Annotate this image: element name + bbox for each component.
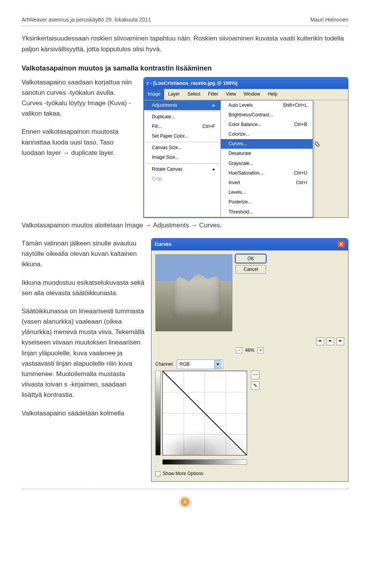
zoom-in-button[interactable]: + bbox=[257, 347, 264, 353]
menu-item-rotate-canvas[interactable]: Rotate Canvas bbox=[144, 165, 220, 174]
menu-item-color-balance[interactable]: Color Balance...Ctrl+B bbox=[221, 120, 313, 129]
menu-item-adjustments[interactable]: Adjustments bbox=[144, 101, 220, 110]
menu-item-desaturate[interactable]: Desaturate bbox=[221, 149, 313, 158]
divider bbox=[22, 25, 348, 26]
menubar-item-layer[interactable]: Layer bbox=[164, 89, 183, 99]
paragraph: Säätöikkunassa on lineaarisesti tummasta… bbox=[22, 306, 145, 400]
menu-item-label: Fill... bbox=[152, 123, 161, 130]
menu-item-label: Hue/Saturation... bbox=[229, 170, 263, 177]
menu-item-canvas-size[interactable]: Canvas Size... bbox=[144, 143, 220, 153]
image-menu: Adjustments Duplicate... Fill...Ctrl+F S… bbox=[144, 100, 221, 217]
menubar-item-window[interactable]: Window bbox=[240, 89, 264, 99]
menu-item-invert[interactable]: InvertCtrl+I bbox=[221, 178, 313, 188]
dialog-title: Curves bbox=[155, 240, 172, 249]
menubar-item-filter[interactable]: Filter bbox=[204, 89, 222, 99]
menu-item-shortcut: Ctrl+I bbox=[296, 179, 307, 186]
artweaver-window: r - [LosCristianos_raunio.jpg @ 100%] Im… bbox=[143, 77, 348, 218]
menu-item-label: Curves... bbox=[229, 140, 247, 148]
horizontal-gradient bbox=[162, 459, 247, 465]
preview-content bbox=[173, 273, 221, 316]
menu-item-label: Color Balance... bbox=[229, 121, 261, 128]
menu-item-label: Set Paper Color... bbox=[152, 133, 188, 140]
paragraph: Ikkuna muodostuu esikatselukuvasta sekä … bbox=[22, 277, 145, 298]
menu-item-shortcut: Ctrl+U bbox=[294, 170, 307, 177]
paragraph: Tämän valinnan jälkeen sinulle avautuu n… bbox=[22, 238, 145, 270]
curve-tool-spline-icon[interactable]: 〰 bbox=[251, 371, 259, 379]
menu-separator bbox=[146, 142, 219, 142]
header-right: Mauri Heinonen bbox=[310, 15, 348, 24]
menu-separator bbox=[146, 111, 219, 111]
menu-item-label: Image Size... bbox=[152, 154, 179, 161]
paragraph: Ennen valkotasapainon muutosta kannattaa… bbox=[22, 126, 137, 158]
ok-button[interactable]: OK bbox=[235, 254, 266, 263]
menubar-item-view[interactable]: View bbox=[222, 89, 240, 99]
paragraph: Valkotasapaino saadaan korjattua niin sa… bbox=[22, 77, 137, 119]
menu-item-label: Posterize... bbox=[229, 198, 252, 206]
zoom-out-button[interactable]: − bbox=[236, 347, 242, 353]
menu-item-shortcut: Shift+Ctrl+L bbox=[283, 102, 307, 109]
menu-item-curves[interactable]: Curves... bbox=[221, 139, 313, 149]
eyedropper-black-icon[interactable]: ✒ bbox=[316, 338, 324, 345]
show-more-label: Show More Options bbox=[163, 470, 203, 477]
menu-item-label: Colorize... bbox=[229, 131, 249, 138]
menu-item-label: Crop bbox=[152, 175, 162, 183]
channel-label: Channel: bbox=[155, 361, 174, 368]
menubar: Image Layer Select Filter View Window He… bbox=[144, 89, 348, 100]
menu-item-label: Auto Levels bbox=[229, 102, 253, 109]
menu-item-label: Brightness/Contrast... bbox=[229, 111, 273, 119]
channel-select[interactable]: RGB bbox=[177, 360, 223, 369]
menu-item-crop[interactable]: Crop bbox=[144, 174, 220, 184]
section-heading: Valkotasapainon muutos ja samalla kontra… bbox=[22, 63, 348, 74]
cancel-button[interactable]: Cancel bbox=[235, 265, 266, 274]
divider bbox=[22, 489, 348, 489]
menu-item-fill[interactable]: Fill...Ctrl+F bbox=[144, 122, 220, 131]
menu-item-hue-saturation[interactable]: Hue/Saturation...Ctrl+U bbox=[221, 168, 313, 178]
header-left: ArtWeaver asennus ja peruskäyttö 29. lok… bbox=[22, 15, 151, 24]
paragraph: Valkotasapaino säädetään kolmella bbox=[22, 408, 145, 418]
menubar-item-select[interactable]: Select bbox=[183, 89, 204, 99]
image-preview bbox=[155, 254, 232, 331]
intro-paragraph: Yksinkertaisuudessaan roskien siivoamine… bbox=[22, 33, 348, 54]
curves-dialog: Curves ✕ OK Cancel ✒ ✒ ✒ bbox=[151, 238, 348, 482]
menu-item-colorize[interactable]: Colorize... bbox=[221, 129, 313, 139]
menubar-item-image[interactable]: Image bbox=[144, 89, 164, 99]
zoom-controls: − 46% + bbox=[151, 345, 348, 357]
menu-item-grayscale[interactable]: Grayscale... bbox=[221, 159, 313, 168]
menu-item-image-size[interactable]: Image Size... bbox=[144, 153, 220, 162]
menu-item-auto-levels[interactable]: Auto LevelsShift+Ctrl+L bbox=[221, 101, 313, 110]
menu-item-label: Threshold... bbox=[229, 208, 253, 216]
menu-item-label: Desaturate bbox=[229, 150, 251, 157]
menu-item-label: Duplicate... bbox=[152, 113, 175, 121]
menu-item-duplicate[interactable]: Duplicate... bbox=[144, 112, 220, 122]
menu-item-levels[interactable]: Levels... bbox=[221, 188, 313, 197]
menu-item-posterize[interactable]: Posterize... bbox=[221, 197, 313, 207]
menu-item-set-paper[interactable]: Set Paper Color... bbox=[144, 131, 220, 141]
eyedropper-group: ✒ ✒ ✒ bbox=[151, 335, 348, 345]
paragraph: Valkotasapainon muutos aloitetaan Image … bbox=[22, 220, 348, 230]
menu-item-shortcut: Ctrl+B bbox=[294, 121, 307, 128]
zoom-value: 46% bbox=[245, 347, 254, 354]
page-header: ArtWeaver asennus ja peruskäyttö 29. lok… bbox=[22, 15, 348, 24]
menu-separator bbox=[146, 163, 219, 164]
window-titlebar: r - [LosCristianos_raunio.jpg @ 100%] bbox=[144, 77, 348, 89]
page-number: 8 bbox=[180, 497, 190, 507]
menu-item-shortcut: Ctrl+F bbox=[202, 123, 215, 130]
menu-item-label: Rotate Canvas bbox=[152, 166, 182, 173]
menubar-item-help[interactable]: Help bbox=[264, 89, 281, 99]
menu-item-brightness-contrast[interactable]: Brightness/Contrast... bbox=[221, 110, 313, 120]
eyedropper-white-icon[interactable]: ✒ bbox=[336, 338, 344, 345]
curve-tool-pencil-icon[interactable]: ✎ bbox=[251, 381, 259, 390]
curve-grid[interactable] bbox=[162, 371, 247, 455]
dialog-titlebar: Curves ✕ bbox=[151, 239, 348, 250]
menu-item-label: Adjustments bbox=[152, 102, 177, 109]
close-icon[interactable]: ✕ bbox=[337, 241, 345, 248]
adjustments-submenu: Auto LevelsShift+Ctrl+L Brightness/Contr… bbox=[220, 100, 313, 217]
histogram bbox=[163, 415, 247, 455]
menu-item-threshold[interactable]: Threshold... bbox=[221, 207, 313, 217]
menu-item-label: Grayscale... bbox=[229, 160, 253, 167]
eyedropper-gray-icon[interactable]: ✒ bbox=[326, 338, 334, 345]
menu-item-label: Invert bbox=[229, 179, 240, 186]
vertical-gradient bbox=[155, 371, 161, 455]
show-more-checkbox[interactable] bbox=[155, 471, 160, 476]
menu-item-label: Canvas Size... bbox=[152, 144, 182, 151]
